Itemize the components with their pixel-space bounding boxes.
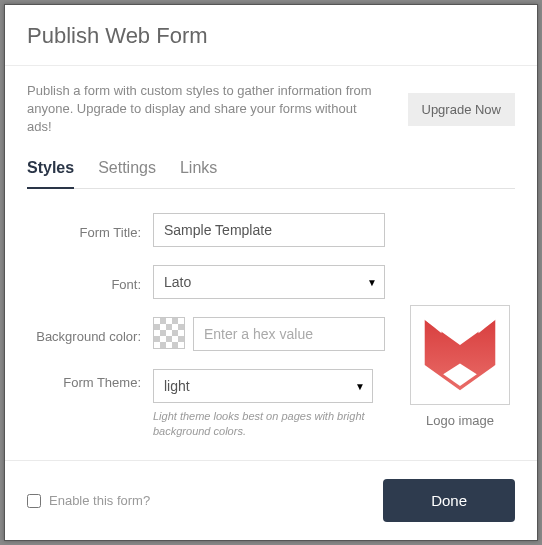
- enable-form-label: Enable this form?: [49, 493, 150, 508]
- field-row-form-theme: Form Theme: ▼ Light theme looks best on …: [27, 369, 385, 440]
- logo-column: Logo image: [405, 213, 515, 458]
- color-swatch[interactable]: [153, 317, 185, 349]
- logo-icon: [418, 313, 502, 397]
- form-title-input[interactable]: [153, 213, 385, 247]
- field-row-form-title: Form Title:: [27, 213, 385, 247]
- tab-links[interactable]: Links: [180, 155, 217, 189]
- modal-body: Publish a form with custom styles to gat…: [5, 66, 537, 460]
- field-row-background-color: Background color:: [27, 317, 385, 351]
- modal-title: Publish Web Form: [27, 23, 515, 49]
- tabs: Styles Settings Links: [27, 155, 515, 189]
- form-fields: Form Title: Font: ▼ Background: [27, 213, 385, 458]
- tab-styles[interactable]: Styles: [27, 155, 74, 189]
- form-theme-hint: Light theme looks best on pages with bri…: [153, 409, 373, 440]
- form-theme-label: Form Theme:: [27, 369, 153, 390]
- form-area: Form Title: Font: ▼ Background: [27, 213, 515, 458]
- font-label: Font:: [27, 271, 153, 292]
- enable-form-row[interactable]: Enable this form?: [27, 493, 150, 508]
- upgrade-row: Publish a form with custom styles to gat…: [27, 82, 515, 137]
- background-color-label: Background color:: [27, 323, 153, 344]
- background-color-input[interactable]: [193, 317, 385, 351]
- upgrade-description: Publish a form with custom styles to gat…: [27, 82, 377, 137]
- field-row-font: Font: ▼: [27, 265, 385, 299]
- modal-header: Publish Web Form: [5, 5, 537, 66]
- tab-settings[interactable]: Settings: [98, 155, 156, 189]
- form-theme-select[interactable]: [153, 369, 373, 403]
- form-title-label: Form Title:: [27, 219, 153, 240]
- logo-image-box[interactable]: [410, 305, 510, 405]
- modal-footer: Enable this form? Done: [5, 460, 537, 540]
- done-button[interactable]: Done: [383, 479, 515, 522]
- logo-caption: Logo image: [405, 413, 515, 428]
- upgrade-now-button[interactable]: Upgrade Now: [408, 93, 516, 126]
- publish-web-form-modal: Publish Web Form Publish a form with cus…: [4, 4, 538, 541]
- enable-form-checkbox[interactable]: [27, 494, 41, 508]
- font-select[interactable]: [153, 265, 385, 299]
